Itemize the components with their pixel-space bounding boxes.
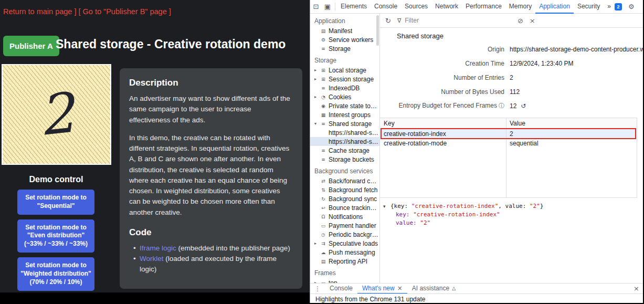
ai-spark-icon: △ (452, 284, 456, 293)
sidebar-item-interest-groups[interactable]: ▦ Interest groups (310, 110, 379, 119)
column-header-value[interactable]: Value (506, 118, 637, 129)
drawer-tab-console[interactable]: Console (325, 284, 357, 294)
sidebar-item-shared-storage-origin-1[interactable]: https://shared-storage... (310, 128, 379, 137)
tab-console[interactable]: Console (371, 0, 401, 14)
device-toolbar-icon[interactable]: ▣ (322, 3, 333, 11)
chevron-right-icon[interactable]: ▸ (314, 77, 320, 81)
ad-creative[interactable]: 2 (2, 64, 111, 165)
sidebar-item-shared-storage-origin-2[interactable]: https://shared-storage... (310, 137, 379, 146)
sidebar-item-cache-storage[interactable]: ≡ Cache storage (310, 146, 379, 155)
list-item: Iframe logic (embedded into the publishe… (133, 243, 293, 254)
filter-box[interactable]: ∇ (397, 17, 510, 24)
column-header-key[interactable]: Key (380, 118, 506, 129)
cell-value: 2 (506, 129, 637, 139)
sidebar-item-local-storage[interactable]: ▸ ⊞ Local storage (310, 66, 379, 75)
set-sequential-button[interactable]: Set rotation mode to "Sequential" (17, 190, 94, 215)
sidebar-item-speculative-loads[interactable]: ▸ ⇉ Speculative loads (310, 239, 379, 248)
sidebar-item-service-workers[interactable]: ⚙ Service workers (310, 35, 379, 44)
database-icon: ≡ (320, 148, 327, 153)
nav-links[interactable]: Return to main page ] [ Go to "Publisher… (3, 7, 171, 16)
devtools-drawer-bar: ⋮ Console What's new× AI assistance△ × (310, 283, 644, 293)
refresh-icon[interactable]: ↻ (385, 17, 391, 25)
set-weighted-distribution-button[interactable]: Set rotation mode to "Weighted distribut… (17, 257, 94, 290)
reset-budget-icon[interactable]: ↺ (521, 102, 526, 110)
tab-security[interactable]: Security (574, 0, 604, 14)
sidebar-item-back-forward-cache[interactable]: ⇄ Back/forward cache (310, 176, 379, 185)
tab-network[interactable]: Network (431, 0, 462, 14)
sidebar-item-manifest[interactable]: ▤ Manifest (310, 26, 379, 35)
item-label: Back/forward cache (329, 177, 378, 185)
tab-elements[interactable]: Elements (337, 0, 371, 14)
chevron-right-icon[interactable]: ▸ (314, 95, 320, 99)
delete-all-icon[interactable]: ⊘ (518, 17, 523, 25)
chevron-right-icon[interactable]: ▸ (314, 68, 320, 72)
cell-key: creative-rotation-mode (380, 139, 506, 148)
item-label: Periodic backgroun... (329, 231, 378, 238)
item-label: Service workers (329, 36, 373, 44)
close-icon[interactable]: × (397, 284, 403, 293)
item-label: Local storage (329, 67, 366, 74)
code-links-list: Iframe logic (embedded into the publishe… (129, 243, 293, 275)
collapse-triangle-icon[interactable]: ▾ (383, 202, 390, 211)
sidebar-item-cookies[interactable]: ▸ ◔ Cookies (310, 92, 379, 101)
filter-input[interactable] (405, 17, 499, 24)
shared-storage-table: Key Value creative-rotation-index 2 crea… (380, 118, 637, 198)
sidebar-item-indexeddb[interactable]: ≡ IndexedDB (310, 83, 379, 92)
sidebar-item-session-storage[interactable]: ▸ ⊞ Session storage (310, 75, 379, 83)
tab-application[interactable]: Application (535, 0, 574, 14)
set-even-distribution-button[interactable]: Set rotation mode to "Even distribution"… (17, 219, 94, 253)
clear-icon[interactable]: × (530, 17, 535, 25)
preview-object-header: ▾{key: "creative-rotation-index", value:… (383, 202, 641, 211)
issues-badge[interactable]: 2 (615, 3, 622, 11)
sidebar-item-notifications[interactable]: Ω Notifications (310, 212, 379, 221)
sidebar-item-reporting-api[interactable]: ▤ Reporting API (310, 257, 379, 266)
sidebar-item-shared-storage[interactable]: ▾ ≡ Shared storage (310, 119, 379, 128)
close-drawer-icon[interactable]: × (629, 285, 644, 292)
tab-sources[interactable]: Sources (401, 0, 431, 14)
drawer-menu-icon[interactable]: ⋮ (310, 285, 325, 292)
item-label: top (329, 279, 337, 284)
column-divider (506, 118, 506, 197)
tab-performance[interactable]: Performance (462, 0, 505, 14)
sidebar-section-background-services: Background services (310, 164, 379, 176)
sidebar-item-push-messaging[interactable]: ☁ Push messaging (310, 248, 379, 257)
sidebar-item-top-frame[interactable]: ▸ ▭ top (310, 278, 379, 283)
drawer-tab-ai-assistance[interactable]: AI assistance△ (407, 284, 460, 294)
iframe-logic-link[interactable]: Iframe logic (140, 244, 176, 252)
group-icon: ▦ (320, 112, 327, 118)
meta-value-text: 12 (510, 102, 516, 110)
drawer-tab-whats-new[interactable]: What's new× (357, 284, 407, 294)
description-panel: Description An advertiser may want to sh… (120, 68, 302, 289)
worklet-link[interactable]: Worklet (140, 255, 164, 263)
table-row-creative-rotation-index[interactable]: creative-rotation-index 2 (380, 129, 637, 139)
item-label: Background fetch (329, 186, 377, 194)
sidebar-item-payment-handler[interactable]: ▭ Payment handler (310, 221, 379, 230)
sidebar-scrollbar[interactable] (376, 15, 379, 46)
sidebar-item-storage[interactable]: ≡ Storage (310, 44, 379, 53)
inspect-element-icon[interactable]: ⊡ (310, 3, 322, 11)
sidebar-item-storage-buckets[interactable]: ≡ Storage buckets (310, 155, 379, 164)
table-row-creative-rotation-mode[interactable]: creative-rotation-mode sequential (380, 139, 637, 148)
devtools-menu-icon[interactable]: ⋮ (641, 3, 644, 11)
meta-label: Number of Entries (380, 74, 504, 81)
meta-value: 2 (510, 74, 513, 81)
chevron-right-icon[interactable]: ▸ (314, 241, 320, 246)
sidebar-item-periodic-background-sync[interactable]: ◷ Periodic backgroun... (310, 230, 379, 239)
info-icon[interactable]: ⓘ (499, 102, 504, 109)
sidebar-item-background-sync[interactable]: ↻ Background sync (310, 194, 379, 203)
meta-row-number-of-entries: Number of Entries 2 (380, 70, 644, 85)
preview-text: , value: (498, 203, 530, 209)
item-label: Storage buckets (329, 156, 374, 163)
sidebar-item-private-state-tokens[interactable]: ◉ Private state tokens (310, 101, 379, 110)
settings-gear-icon[interactable]: ⚙ (626, 3, 637, 11)
meta-label: Entropy Budget for Fenced Framesⓘ (380, 102, 504, 110)
chevron-down-icon[interactable]: ▾ (314, 121, 320, 126)
more-tabs-icon[interactable]: » (604, 0, 615, 14)
double-arrows-icon: ⇉ (320, 241, 327, 246)
property-value: "2" (420, 219, 430, 226)
cloud-icon: ☁ (320, 250, 327, 255)
sidebar-item-bounce-tracking-mitigations[interactable]: ↩ Bounce tracking miti... (310, 203, 379, 212)
description-paragraph-1: An advertiser may want to show different… (129, 93, 293, 125)
tab-memory[interactable]: Memory (505, 0, 535, 14)
sidebar-item-background-fetch[interactable]: ⇅ Background fetch (310, 185, 379, 194)
